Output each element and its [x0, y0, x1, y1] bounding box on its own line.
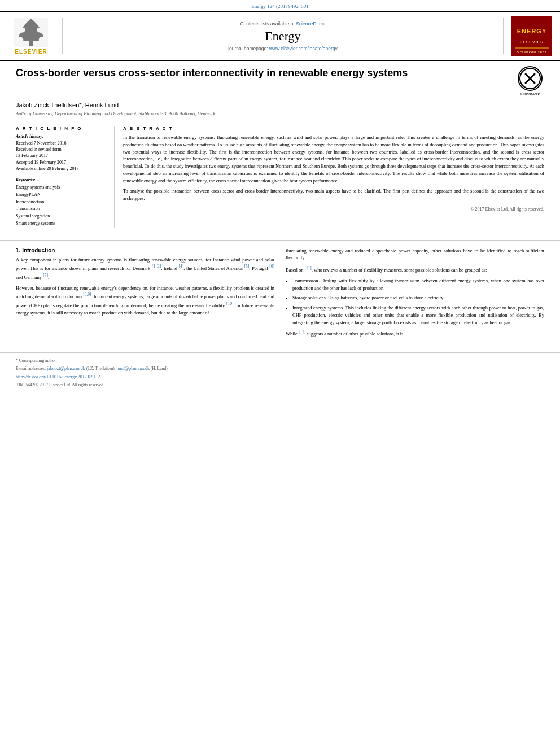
history-received: Received 7 November 2016	[16, 140, 107, 146]
article-history: Article history: Received 7 November 201…	[16, 134, 107, 172]
ref-7[interactable]: [7]	[43, 273, 48, 278]
doi-line: http://dx.doi.org/10.1016/j.energy.2017.…	[16, 374, 544, 381]
abstract-paragraph2: To analyse the possible interaction betw…	[123, 187, 544, 202]
email-label: E-mail addresses:	[16, 366, 46, 371]
ref-1-3[interactable]: [1–3]	[152, 264, 161, 269]
crossmark-icon	[518, 66, 542, 91]
journal-citation: Energy 124 (2017) 492–501	[251, 3, 309, 9]
article-title: Cross-border versus cross-sector interco…	[16, 67, 516, 80]
keywords-label: Keywords:	[16, 177, 107, 182]
copyright-line: © 2017 Elsevier Ltd. All rights reserved…	[123, 207, 544, 212]
ref-10[interactable]: [10]	[226, 301, 234, 306]
abstract-paragraph1: In the transition to renewable energy sy…	[123, 134, 544, 184]
sciencedirect-link[interactable]: ScienceDirect	[296, 21, 325, 27]
keyword-1: Energy systems analysis	[16, 184, 107, 191]
crossmark-badge: CrossMark	[516, 67, 544, 95]
history-accepted: Accepted 19 February 2017	[16, 159, 107, 165]
journal-header: ELSEVIER Contents lists available at Sci…	[0, 11, 560, 61]
energy-logo-box: ENERGY ELSEVIER ScienceDirect	[511, 16, 552, 56]
svg-text:ScienceDirect: ScienceDirect	[517, 50, 547, 54]
journal-homepage: journal homepage: www.elsevier.com/locat…	[74, 46, 492, 51]
article-title-section: Cross-border versus cross-sector interco…	[16, 67, 544, 97]
email1-link[interactable]: jakobzt@plan.aau.dk	[47, 366, 85, 371]
issn-line: 0360-5442/© 2017 Elsevier Ltd. All right…	[16, 382, 544, 387]
bullet-transmission: Transmission. Dealing with flexibility b…	[286, 277, 544, 292]
flexibility-solutions-list: Transmission. Dealing with flexibility b…	[286, 277, 544, 326]
crossmark-svg-icon	[519, 67, 541, 90]
intro-para2: However, because of fluctuating renewabl…	[16, 285, 274, 317]
svg-rect-5	[515, 47, 549, 49]
corresponding-note: * Corresponding author.	[16, 357, 544, 364]
email2-name: (H. Lund).	[151, 366, 169, 371]
main-right-col: fluctuating renewable energy and reduced…	[286, 247, 544, 341]
bullet-integrated: Integrated energy systems. This includes…	[286, 304, 544, 326]
ref-6[interactable]: [6]	[269, 264, 274, 269]
contents-line: Contents lists available at ScienceDirec…	[74, 21, 492, 27]
history-revised-date: 13 February 2017	[16, 152, 107, 159]
main-left-col: 1. Introduction A key component in plans…	[16, 247, 274, 341]
journal-name: Energy	[74, 29, 492, 43]
journal-homepage-link[interactable]: www.elsevier.com/locate/energy	[269, 46, 338, 51]
ref-11b[interactable]: [11]	[299, 329, 305, 334]
journal-center: Contents lists available at ScienceDirec…	[62, 18, 504, 54]
history-online: Available online 20 February 2017	[16, 165, 107, 172]
article-info-header: A R T I C L E I N F O	[16, 126, 107, 131]
intro-para1: A key component in plans for future ener…	[16, 256, 274, 281]
keyword-4: Transmission	[16, 206, 107, 213]
article-info-col: A R T I C L E I N F O Article history: R…	[16, 126, 115, 228]
right-para2: Based on [11], who reviews a number of f…	[286, 265, 544, 274]
main-text-area: 1. Introduction A key component in plans…	[0, 247, 560, 347]
right-para3: While [11] suggests a number of other po…	[286, 329, 544, 338]
email1-name: (J.Z. Thellufsen),	[86, 366, 116, 371]
keyword-2: EnergyPLAN	[16, 191, 107, 199]
abstract-col: A B S T R A C T In the transition to ren…	[123, 126, 544, 228]
svg-rect-1	[29, 41, 33, 46]
abstract-text: In the transition to renewable energy sy…	[123, 134, 544, 202]
page-container: Energy 124 (2017) 492–501 ELSEVIER Conte…	[0, 0, 560, 392]
history-label: Article history:	[16, 134, 107, 139]
keywords-section: Keywords: Energy systems analysis Energy…	[16, 177, 107, 228]
affiliation: Aalborg University, Department of Planni…	[16, 111, 544, 121]
main-two-col: 1. Introduction A key component in plans…	[16, 247, 544, 341]
page-footer: * Corresponding author. E-mail addresses…	[0, 352, 560, 392]
history-revised: Received in revised form	[16, 146, 107, 152]
ref-5[interactable]: [5]	[244, 264, 249, 269]
ref-8-9[interactable]: [8,9]	[83, 292, 91, 297]
authors: Jakob Zinck Thellufsen*, Henrik Lund	[16, 102, 544, 108]
doi-link[interactable]: http://dx.doi.org/10.1016/j.energy.2017.…	[16, 374, 100, 379]
energy-journal-logo-icon: ENERGY ELSEVIER ScienceDirect	[512, 16, 552, 56]
article-info-abstract-cols: A R T I C L E I N F O Article history: R…	[16, 126, 544, 228]
email2-link[interactable]: lund@plan.aau.dk	[116, 366, 149, 371]
right-col-body: fluctuating renewable energy and reduced…	[286, 247, 544, 338]
ref-4[interactable]: [4]	[178, 264, 183, 269]
elsevier-logo: ELSEVIER	[6, 18, 56, 55]
article-body: Cross-border versus cross-sector interco…	[0, 61, 560, 233]
ref-11[interactable]: [11]	[305, 265, 312, 270]
keyword-5: System integration	[16, 213, 107, 220]
section-divider	[0, 240, 560, 241]
keyword-6: Smart energy systems	[16, 220, 107, 228]
keyword-3: Interconnection	[16, 199, 107, 206]
svg-text:ELSEVIER: ELSEVIER	[520, 40, 544, 44]
crossmark-label: CrossMark	[520, 92, 540, 96]
journal-citation-bar: Energy 124 (2017) 492–501	[0, 0, 560, 11]
energy-logo-right: ENERGY ELSEVIER ScienceDirect	[509, 16, 554, 56]
abstract-header: A B S T R A C T	[123, 126, 544, 131]
svg-text:ENERGY: ENERGY	[517, 28, 546, 34]
elsevier-text: ELSEVIER	[15, 49, 47, 55]
email-line: E-mail addresses: jakobzt@plan.aau.dk (J…	[16, 365, 544, 372]
bullet-storage: Storage solutions. Using batteries, hydr…	[286, 294, 544, 302]
introduction-body: A key component in plans for future ener…	[16, 256, 274, 317]
right-para1: fluctuating renewable energy and reduced…	[286, 247, 544, 262]
elsevier-tree-icon	[14, 18, 48, 47]
introduction-title: 1. Introduction	[16, 247, 274, 254]
